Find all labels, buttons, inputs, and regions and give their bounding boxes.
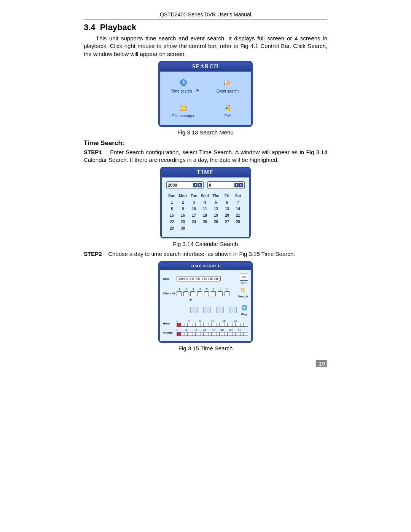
magnifier-icon[interactable] [239, 287, 247, 293]
calendar-day-cell[interactable]: 7 [233, 199, 244, 206]
hour-timeline[interactable] [177, 323, 248, 327]
time-search-window-title: TIME SEARCH [160, 263, 251, 270]
channel-checkbox[interactable] [197, 291, 202, 296]
calendar-day-cell[interactable]: 3 [188, 199, 199, 206]
channel-number: 2 [184, 287, 188, 291]
calendar-day-cell[interactable]: 6 [221, 199, 233, 206]
exit-door-icon [223, 104, 233, 112]
step2-label: STEP2 [84, 251, 102, 257]
channel-checkbox[interactable] [211, 291, 216, 296]
calendar-day-cell[interactable]: 11 [199, 206, 210, 212]
calendar-day-cell [233, 225, 244, 232]
calendar-day-cell[interactable]: 27 [221, 219, 233, 225]
step1-text: Enter Search configuration, select Time … [84, 149, 327, 163]
folder-icon [178, 104, 188, 112]
calendar-day-cell[interactable]: 9 [177, 206, 188, 212]
calendar-day-header: Wed [199, 193, 210, 199]
channel-checkbox[interactable] [190, 291, 195, 296]
calendar-day-cell[interactable]: 25 [199, 219, 210, 225]
exit-button[interactable]: Exit [206, 99, 250, 123]
calendar-day-cell[interactable]: 29 [166, 225, 177, 232]
search-menu-window: SEARCH Time search➤ Event search File ma… [158, 61, 253, 127]
calendar-day-cell [210, 225, 221, 232]
calendar-day-cell[interactable]: 26 [210, 219, 221, 225]
channel-checkbox[interactable] [204, 291, 209, 296]
channel-number: 4 [198, 287, 202, 291]
month-prev-button[interactable] [234, 183, 239, 187]
calendar-day-cell[interactable]: 10 [188, 206, 199, 212]
year-value: 2000 [168, 183, 177, 187]
channel-checkbox[interactable] [183, 291, 188, 296]
calendar-day-cell[interactable]: 17 [188, 212, 199, 219]
play-icon[interactable] [241, 304, 248, 311]
time-window-title: TIME [162, 168, 249, 177]
calendar-day-cell [199, 225, 210, 232]
time-search-window: TIME SEARCH Date 2000-00-00 00:00:00 25 … [158, 261, 253, 343]
calendar-day-header: Tue [188, 193, 199, 199]
channel-checkbox[interactable]: ✓ [177, 291, 182, 296]
view-single-button[interactable] [190, 307, 198, 313]
channel-number: 8 [225, 287, 229, 291]
time-search-button[interactable]: Time search➤ [161, 74, 206, 99]
calendar-day-cell[interactable]: 1 [166, 199, 177, 206]
calendar-day-cell[interactable]: 24 [188, 219, 199, 225]
step1-paragraph: STEP1 Enter Search configuration, select… [84, 149, 327, 164]
year-prev-button[interactable] [193, 183, 198, 187]
step2-text: Choose a day to time search interface, a… [108, 251, 295, 257]
step2-paragraph: STEP2 Choose a day to time search interf… [84, 250, 327, 258]
view-nine-button[interactable] [216, 307, 224, 313]
channel-number: 1 [177, 287, 182, 291]
fig313-caption: Fig 3.13 Search Menu [84, 129, 327, 136]
year-next-button[interactable] [198, 183, 202, 187]
minute-tick: 48 [229, 328, 238, 332]
cursor-icon: ➤ [196, 88, 199, 93]
date-button-label: Date [240, 281, 248, 285]
fig314-caption: Fig 3.14 Calendar Search [84, 241, 327, 247]
calendar-day-cell[interactable]: 8 [166, 206, 177, 212]
channel-checkbox[interactable] [218, 291, 223, 296]
date-time-input[interactable]: 2000-00-00 00:00:00 [177, 276, 221, 281]
calendar-day-cell[interactable]: 20 [221, 212, 233, 219]
event-search-button[interactable]: Event search [206, 74, 250, 99]
step1-label: STEP1 [84, 149, 102, 155]
minute-tick: 56 [238, 328, 247, 332]
month-next-button[interactable] [239, 183, 243, 187]
hour-label: Hour [163, 322, 177, 325]
section-number: 3.4 [84, 22, 96, 32]
calendar-day-cell[interactable]: 16 [177, 212, 188, 219]
calendar-day-cell[interactable]: 19 [210, 212, 221, 219]
calendar-day-cell[interactable]: 2 [177, 199, 188, 206]
view-sixteen-button[interactable] [229, 307, 237, 313]
play-button-label: Play [241, 313, 248, 316]
minute-label: Minute [163, 331, 177, 334]
channel-checkbox[interactable] [225, 291, 229, 296]
calendar-day-cell[interactable]: 15 [166, 212, 177, 219]
calendar-day-cell[interactable]: 14 [233, 206, 244, 212]
date-picker-button[interactable]: 25 [240, 273, 248, 281]
hour-tick: 12 [211, 319, 222, 323]
page-number: 19 [316, 360, 327, 367]
calendar-day-cell[interactable]: 5 [210, 199, 221, 206]
year-spinner[interactable]: 2000 [166, 181, 204, 189]
month-spinner[interactable]: 0 [207, 181, 245, 189]
calendar-day-cell[interactable]: 22 [166, 219, 177, 225]
hour-tick: 0 [177, 319, 188, 323]
calendar-day-cell[interactable]: 12 [210, 206, 221, 212]
calendar-day-cell[interactable]: 30 [177, 225, 188, 232]
view-quad-button[interactable] [203, 307, 211, 313]
minute-timeline[interactable] [177, 332, 248, 336]
calendar-day-cell[interactable]: 23 [177, 219, 188, 225]
calendar-day-cell[interactable]: 4 [199, 199, 210, 206]
time-search-heading: Time Search: [84, 139, 327, 147]
globe-clock-icon [178, 78, 188, 87]
channel-field-label: Channel [163, 292, 177, 295]
calendar-day-cell[interactable]: 18 [199, 212, 210, 219]
calendar-day-cell [221, 225, 233, 232]
calendar-day-cell[interactable]: 13 [221, 206, 233, 212]
hour-tick: 16 [222, 319, 234, 323]
calendar-day-cell[interactable]: 28 [233, 219, 244, 225]
file-manager-button[interactable]: File manager [161, 99, 206, 123]
minute-tick: 0 [177, 328, 185, 332]
calendar-day-cell[interactable]: 21 [233, 212, 244, 219]
channel-number: 6 [212, 287, 216, 291]
